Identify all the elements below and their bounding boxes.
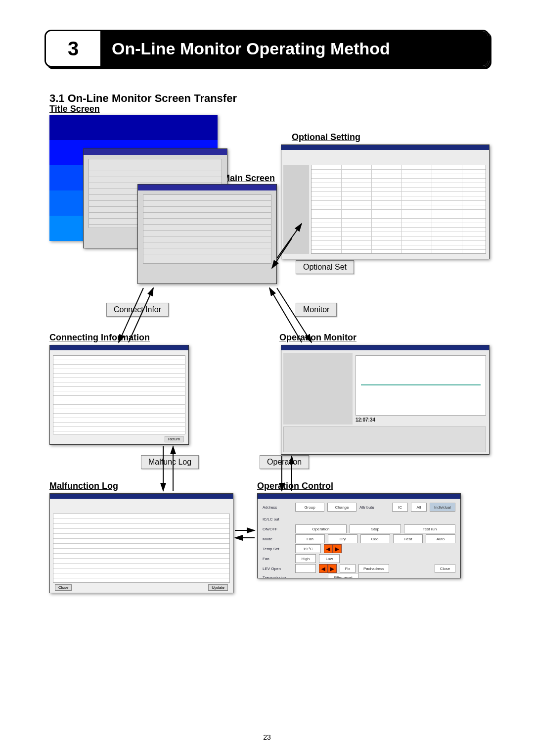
button-operation: Operation [260, 455, 309, 469]
screenshot-malfunction-log: Close Update [49, 493, 233, 593]
screenshot-optional-setting [281, 144, 490, 259]
label-main-screen: Main Screen [222, 173, 275, 184]
opctrl-oldc: IC/LC out [263, 517, 292, 521]
return-button: Return [165, 436, 183, 442]
label-malfunction-log: Malfunction Log [49, 481, 118, 491]
opctrl-change: Change [327, 503, 356, 512]
opctrl-fan2-label: Fan [263, 557, 292, 561]
opctrl-trans-label: Transmission [263, 575, 292, 579]
opctrl-heat: Heat [393, 534, 423, 543]
opctrl-stop: Stop [350, 524, 401, 533]
opctrl-address-label: Address [263, 505, 292, 510]
opctrl-temp-val: 19 °C [295, 544, 321, 553]
opmon-time: 12:07:34 [356, 417, 375, 423]
screenshot-operation-control: Address Group Change Attribute IC All In… [257, 493, 461, 578]
screenshot-operation-monitor: 12:07:34 [281, 345, 490, 455]
opctrl-individual: Individual [430, 503, 455, 512]
opctrl-fan: Fan [295, 534, 325, 543]
screen-flow-diagram: Title Screen Optional Setting Main Scree… [44, 110, 490, 629]
opctrl-high: High [295, 554, 316, 563]
button-optional-set: Optional Set [296, 260, 354, 274]
opctrl-temp-label: Temp Set [263, 547, 292, 551]
button-malfunc-log: Malfunc Log [141, 455, 199, 469]
opctrl-all: All [411, 503, 427, 512]
opctrl-operation: Operation [295, 524, 347, 533]
label-optional-setting: Optional Setting [292, 132, 360, 142]
section-title: 3.1 On-Line Monitor Screen Transfer [49, 92, 490, 105]
button-connect-infor: Connect Infor [106, 303, 169, 317]
label-connecting-info: Connecting Information [49, 332, 150, 343]
malfunc-update-button: Update [208, 584, 228, 591]
malfunc-close-button: Close [55, 584, 72, 591]
opctrl-low: Low [319, 554, 340, 563]
opctrl-cool: Cool [360, 534, 390, 543]
opctrl-group: Group [295, 503, 324, 512]
page-number: 23 [0, 733, 534, 741]
label-operation-monitor: Operation Monitor [279, 332, 356, 343]
opctrl-onoff-label: ON/OFF [263, 527, 292, 531]
button-monitor: Monitor [296, 303, 337, 317]
opctrl-auto: Auto [426, 534, 455, 543]
opctrl-dry: Dry [328, 534, 357, 543]
chapter-number: 3 [46, 31, 102, 66]
opctrl-temp-arrows: ◀▶ [324, 544, 342, 553]
label-operation-control: Operation Control [257, 481, 333, 491]
opctrl-testrun: Test run [404, 524, 455, 533]
screenshot-connecting-info: Return [49, 345, 189, 445]
opctrl-mode-label: Mode [263, 537, 292, 541]
chapter-title: On-Line Monitor Operating Method [102, 31, 488, 66]
label-title-screen: Title Screen [49, 104, 100, 114]
opctrl-lev-label: LEV Open [263, 567, 292, 571]
opctrl-ic: IC [392, 503, 408, 512]
opctrl-filter: Filter reset [328, 573, 358, 578]
opctrl-attr-label: Attribute [359, 505, 389, 510]
screenshot-main-front [137, 184, 277, 284]
chapter-heading: 3 On-Line Monitor Operating Method [44, 30, 490, 67]
